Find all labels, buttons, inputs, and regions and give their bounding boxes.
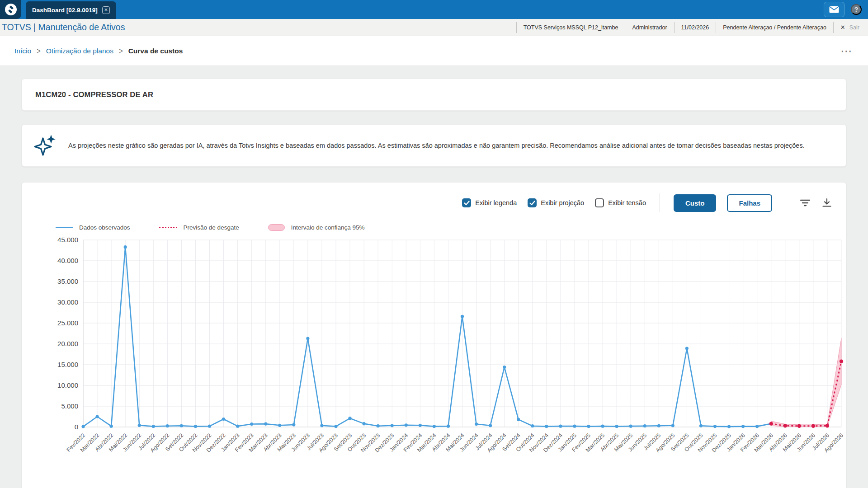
svg-text:5.000: 5.000 [61,402,78,410]
header-bar: TOTVS | Manutenção de Ativos TOTVS Servi… [0,19,868,36]
falhas-button[interactable]: Falhas [727,194,772,212]
breadcrumb-chevron-icon: > [119,46,123,56]
filter-button[interactable] [800,198,811,207]
svg-text:30.000: 30.000 [57,298,78,306]
breadcrumb-inicio[interactable]: Início [14,47,31,55]
download-icon [821,198,832,208]
mail-icon [829,6,839,13]
user-label: Administrador [625,22,674,33]
app-title: TOTVS | Manutenção de Ativos [1,22,125,33]
checkbox-label: Exibir legenda [475,199,517,206]
checkbox-exibir-legenda[interactable]: Exibir legenda [462,198,517,207]
toolbar-divider [786,193,786,212]
checkbox-label: Exibir tensão [608,199,646,206]
logout-button[interactable]: ✕ Sair [833,22,866,33]
legend-item-forecast[interactable]: Previsão de desgate [159,224,239,231]
checkbox-box [528,198,537,207]
totvs-logo[interactable] [0,0,21,19]
toolbar-divider [660,193,660,212]
mail-button[interactable] [824,2,844,17]
checkbox-exibir-projecao[interactable]: Exibir projeção [528,198,584,207]
legend-label: Previsão de desgate [184,224,239,231]
checkbox-box [462,198,471,207]
topbar-actions: ? [824,0,868,19]
svg-text:25.000: 25.000 [57,319,78,327]
svg-text:0: 0 [75,423,78,431]
more-options-button[interactable]: ⋯ [840,49,853,53]
svg-text:10.000: 10.000 [57,381,78,389]
svg-text:15.000: 15.000 [57,361,78,368]
chart-area: 05.00010.00015.00020.00025.00030.00035.0… [36,233,832,488]
checkbox-exibir-tensao[interactable]: Exibir tensão [595,198,646,207]
date-label: 11/02/2026 [674,22,716,33]
asset-card: M1CM20 - COMPRESSOR DE AR [22,79,846,111]
breadcrumb-otimizacao[interactable]: Otimização de planos [46,47,113,55]
chart-toolbar: Exibir legenda Exibir projeção Exibir te… [36,193,832,212]
environment-label: TOTVS Serviços MSSQL P12_itambe [516,22,625,33]
svg-text:40.000: 40.000 [57,257,78,264]
ai-notice-text: As projeções neste gráfico são geradas p… [68,140,805,152]
status-label: Pendente Alteraçao / Pendente Alteraçao [716,22,833,33]
check-icon [464,201,470,206]
legend-item-observed[interactable]: Dados observados [56,224,130,231]
legend-swatch-forecast [159,227,177,228]
ai-sparkle-icon [34,134,57,157]
check-icon [529,201,535,206]
tab-close-icon[interactable]: ✕ [102,6,110,14]
legend-item-confidence[interactable]: Intervalo de confiança 95% [268,224,365,231]
breadcrumb-current: Curva de custos [128,47,183,55]
breadcrumb-chevron-icon: > [37,46,41,56]
chart-card: Exibir legenda Exibir projeção Exibir te… [22,182,846,488]
checkbox-box [595,198,604,207]
legend-swatch-confidence [268,224,285,231]
download-button[interactable] [821,198,832,208]
breadcrumb: Início > Otimização de planos > Curva de… [0,36,868,66]
logout-close-icon: ✕ [840,24,845,31]
svg-text:45.000: 45.000 [57,236,78,244]
logout-label: Sair [849,24,859,31]
filter-icon [800,198,811,207]
custo-button[interactable]: Custo [674,194,717,212]
ai-notice-card: As projeções neste gráfico são geradas p… [22,124,846,167]
legend-label: Intervalo de confiança 95% [291,224,365,231]
checkbox-label: Exibir projeção [541,199,584,206]
svg-text:20.000: 20.000 [57,340,78,347]
help-icon: ? [854,6,859,13]
tab-dashboard[interactable]: DashBoard [02.9.0019] ✕ [26,1,116,19]
page-body: M1CM20 - COMPRESSOR DE AR As projeções n… [0,66,868,488]
legend-label: Dados observados [79,224,130,231]
svg-text:35.000: 35.000 [57,277,78,285]
header-info: TOTVS Serviços MSSQL P12_itambe Administ… [516,19,866,36]
legend-swatch-observed [56,227,73,228]
cost-chart-svg[interactable]: 05.00010.00015.00020.00025.00030.00035.0… [36,233,849,488]
tab-title: DashBoard [02.9.0019] [32,7,98,14]
help-button[interactable]: ? [851,4,862,15]
totvs-logo-icon [4,3,18,16]
asset-title: M1CM20 - COMPRESSOR DE AR [35,90,833,99]
chart-legend: Dados observados Previsão de desgate Int… [56,224,832,231]
topbar: DashBoard [02.9.0019] ✕ ? [0,0,868,19]
